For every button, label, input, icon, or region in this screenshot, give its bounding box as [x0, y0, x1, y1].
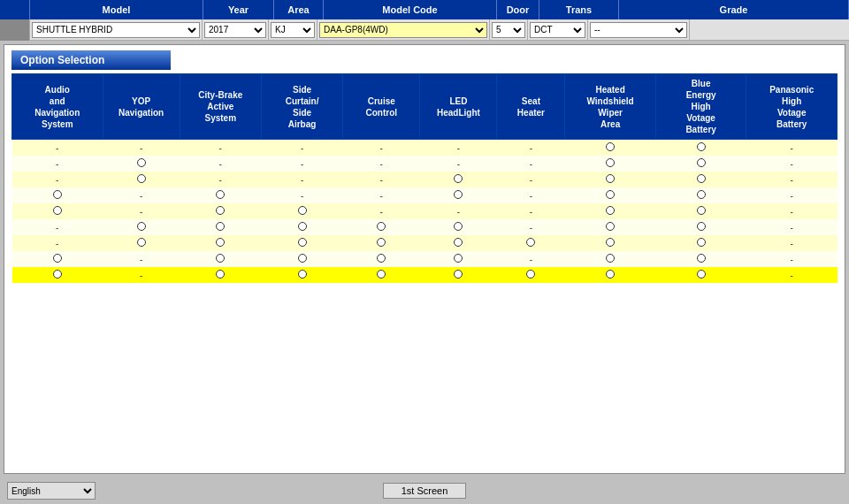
dash-indicator: -: [791, 191, 793, 201]
dash-indicator: -: [56, 223, 58, 233]
dash-indicator: -: [530, 159, 532, 169]
content-area: Option Selection AudioandNavigationSyste…: [4, 44, 845, 474]
table-cell: -: [746, 172, 838, 187]
dash-indicator: -: [530, 207, 532, 217]
year-filter-cell[interactable]: 2017: [203, 19, 269, 40]
table-cell: [565, 203, 656, 219]
circle-indicator: [606, 238, 615, 247]
door-filter-cell[interactable]: 5: [490, 19, 528, 40]
trans-filter-cell[interactable]: DCT: [528, 19, 588, 40]
circle-indicator: [377, 254, 386, 263]
table-cell: [103, 235, 180, 251]
table-cell: -: [343, 156, 420, 172]
dash-indicator: -: [791, 255, 793, 264]
grade-filter-cell[interactable]: --: [588, 19, 690, 40]
table-row: --: [12, 267, 838, 283]
header-bar: Model Year Area Model Code Door Trans Gr…: [0, 0, 849, 19]
grade-select[interactable]: --: [590, 22, 687, 38]
dash-indicator: -: [530, 191, 532, 201]
table-cell: [655, 156, 746, 172]
circle-indicator: [454, 254, 463, 263]
table-cell: [261, 203, 342, 219]
col-heated: HeatedWindshieldWiperArea: [565, 74, 656, 140]
dash-indicator: -: [56, 143, 58, 153]
circle-indicator: [53, 254, 62, 263]
table-cell: [655, 267, 746, 283]
dash-indicator: -: [457, 143, 460, 153]
dash-indicator: -: [56, 239, 58, 248]
table-cell: -: [420, 140, 497, 157]
model-filter-cell[interactable]: SHUTTLE HYBRID: [30, 19, 203, 40]
table-row: ---: [12, 251, 838, 267]
table-cell: [12, 187, 103, 203]
header-model-code: Model Code: [324, 0, 497, 19]
area-select[interactable]: KJ: [271, 22, 315, 38]
table-cell: -: [746, 235, 838, 251]
footer: English 1st Screen: [0, 477, 849, 504]
circle-indicator: [216, 238, 225, 247]
table-cell: [565, 187, 656, 203]
dash-indicator: -: [140, 143, 142, 153]
table-cell: -: [746, 187, 838, 203]
circle-indicator: [454, 174, 463, 183]
table-cell: [103, 219, 180, 235]
header-grade: Grade: [619, 0, 849, 19]
table-cell: -: [497, 251, 565, 267]
door-select[interactable]: 5: [492, 22, 525, 38]
year-select[interactable]: 2017: [204, 22, 266, 38]
col-cruise: CruiseControl: [343, 74, 420, 140]
language-select[interactable]: English: [7, 482, 96, 500]
model-select[interactable]: SHUTTLE HYBRID: [32, 22, 200, 38]
circle-indicator: [606, 206, 615, 215]
table-cell: [343, 251, 420, 267]
table-cell: [655, 235, 746, 251]
dash-indicator: -: [219, 175, 222, 185]
first-screen-button[interactable]: 1st Screen: [383, 483, 467, 499]
filter-bar: SHUTTLE HYBRID 2017 KJ DAA-GP8(4WD) 5 DC: [0, 19, 849, 41]
circle-indicator: [697, 158, 706, 167]
dash-indicator: -: [140, 207, 142, 217]
dash-indicator: -: [791, 239, 793, 248]
header-door: Door: [497, 0, 539, 19]
table-cell: -: [180, 140, 261, 157]
dash-indicator: -: [140, 255, 142, 264]
dash-indicator: -: [791, 271, 793, 280]
header-year: Year: [203, 0, 274, 19]
table-cell: [497, 267, 565, 283]
table-cell: [343, 235, 420, 251]
area-filter-cell[interactable]: KJ: [269, 19, 317, 40]
table-cell: -: [12, 156, 103, 172]
circle-indicator: [454, 222, 463, 231]
table-cell: [180, 251, 261, 267]
table-cell: -: [180, 156, 261, 172]
main-container: Model Year Area Model Code Door Trans Gr…: [0, 0, 849, 504]
table-cell: -: [497, 187, 565, 203]
table-cell: -: [746, 156, 838, 172]
table-cell: [12, 251, 103, 267]
circle-indicator: [454, 270, 463, 279]
dash-indicator: -: [219, 143, 222, 153]
table-cell: [420, 267, 497, 283]
table-cell: [261, 267, 342, 283]
circle-indicator: [454, 238, 463, 247]
table-cell: -: [261, 156, 342, 172]
dash-indicator: -: [457, 207, 460, 217]
modelcode-filter-cell[interactable]: DAA-GP8(4WD): [317, 19, 490, 40]
circle-indicator: [216, 254, 225, 263]
table-cell: -: [343, 203, 420, 219]
table-cell: [655, 187, 746, 203]
options-table: AudioandNavigationSystem YOPNavigation C…: [11, 73, 838, 283]
trans-select[interactable]: DCT: [530, 22, 585, 38]
table-cell: -: [497, 156, 565, 172]
circle-indicator: [298, 254, 307, 263]
dash-indicator: -: [301, 159, 303, 169]
dash-indicator: -: [380, 207, 383, 217]
table-cell: [180, 203, 261, 219]
table-row: -------: [12, 156, 838, 172]
dash-indicator: -: [380, 159, 383, 169]
table-cell: -: [497, 219, 565, 235]
dash-indicator: -: [791, 175, 793, 185]
circle-indicator: [377, 270, 386, 279]
modelcode-select[interactable]: DAA-GP8(4WD): [319, 22, 487, 38]
table-cell: -: [497, 203, 565, 219]
